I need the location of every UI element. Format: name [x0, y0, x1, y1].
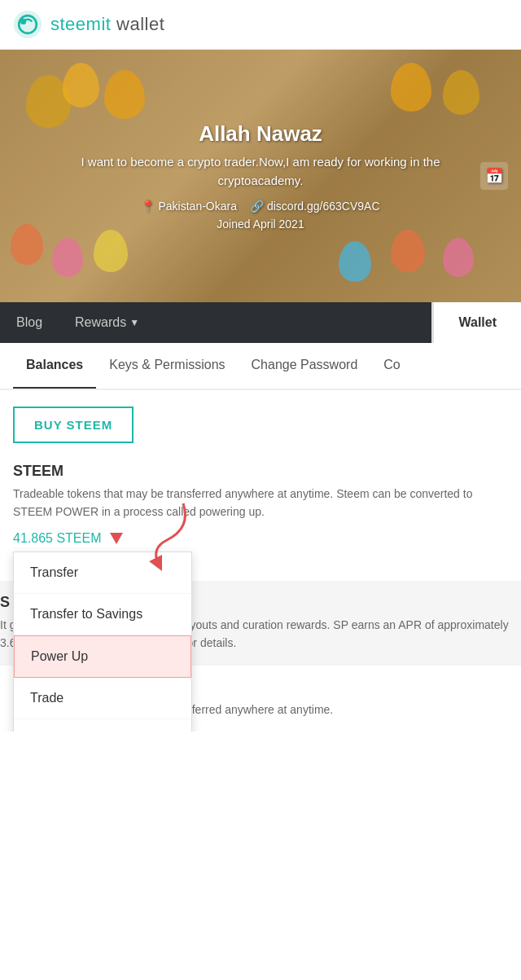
buy-steem-button[interactable]: BUY STEEM	[13, 407, 134, 443]
profile-links: 📍 Pakistan-Okara 🔗 discord.gg/663CV9AC	[57, 200, 464, 213]
steem-section: STEEM Tradeable tokens that may be trans…	[13, 463, 508, 548]
location-pin-icon: 📍	[141, 200, 155, 213]
profile-bio: I want to become a crypto trader.Now,I a…	[57, 153, 464, 190]
dropdown-power-up[interactable]: Power Up	[14, 635, 191, 678]
tab-co[interactable]: Co	[370, 343, 413, 389]
sub-navigation: Balances Keys & Permissions Change Passw…	[0, 343, 521, 389]
profile-joined: Joined April 2021	[57, 218, 464, 231]
dropdown-triangle-icon	[108, 530, 125, 546]
dropdown-transfer-savings[interactable]: Transfer to Savings	[14, 594, 191, 635]
steem-description: Tradeable tokens that may be transferred…	[13, 485, 508, 521]
nav-wallet[interactable]: Wallet	[431, 302, 521, 343]
dropdown-transfer[interactable]: Transfer	[14, 552, 191, 594]
steem-title: STEEM	[13, 463, 508, 480]
tab-change-password[interactable]: Change Password	[239, 343, 371, 389]
dropdown-trade[interactable]: Trade	[14, 678, 191, 719]
main-content: BUY STEEM STEEM Tradeable tokens that ma…	[0, 390, 521, 581]
calendar-icon[interactable]: 📅	[480, 162, 508, 190]
nav-rewards[interactable]: Rewards ▼	[59, 302, 155, 343]
steem-dropdown-menu: Transfer Transfer to Savings Power Up Tr…	[13, 552, 192, 732]
tab-keys-permissions[interactable]: Keys & Permissions	[96, 343, 238, 389]
main-navigation: Blog Rewards ▼ Wallet	[0, 302, 521, 343]
svg-marker-3	[110, 533, 123, 544]
nav-blog[interactable]: Blog	[0, 302, 59, 343]
app-header: steemit wallet	[0, 0, 521, 50]
profile-discord[interactable]: 🔗 discord.gg/663CV9AC	[250, 200, 380, 213]
tab-balances[interactable]: Balances	[13, 343, 96, 389]
steem-dropdown-arrow	[108, 530, 125, 548]
app-logo-text: steemit wallet	[50, 14, 164, 35]
profile-location: 📍 Pakistan-Okara	[141, 200, 236, 213]
steem-balance-amount: 41.865 STEEM	[13, 531, 102, 546]
dropdown-market[interactable]: Market	[14, 719, 191, 732]
steem-balance[interactable]: 41.865 STEEM Transfer	[13, 530, 508, 548]
steemit-logo-icon	[13, 10, 42, 39]
link-icon: 🔗	[250, 200, 264, 213]
profile-name: Allah Nawaz	[57, 121, 464, 147]
profile-content: Allah Nawaz I want to become a crypto tr…	[41, 105, 480, 247]
chevron-down-icon: ▼	[129, 317, 139, 328]
profile-banner: Allah Nawaz I want to become a crypto tr…	[0, 50, 521, 302]
